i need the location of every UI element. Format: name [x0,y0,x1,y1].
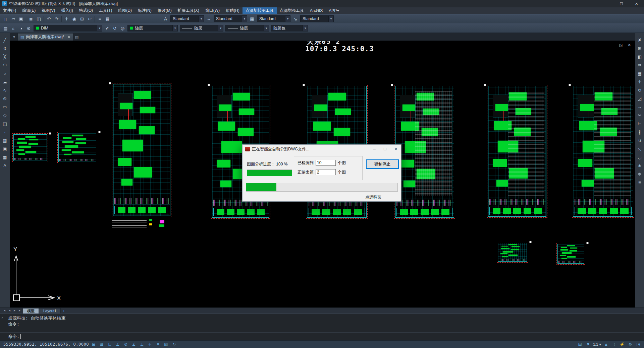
join-icon[interactable]: ∪ [636,137,644,144]
zoom-window-icon[interactable]: ⊞ [78,15,86,22]
construction-line-icon[interactable]: ╳ [1,53,9,61]
extend-icon[interactable]: ⊢ [636,120,644,128]
table-style-icon[interactable]: ▦ [248,15,256,22]
force-stop-button[interactable]: 强制停止 [366,159,399,169]
hatch-icon[interactable]: ▨ [1,137,9,144]
annotation-scale-control[interactable]: 1:1 ▾ [592,341,602,348]
drawing-plan-1[interactable] [112,83,171,217]
open-file-icon[interactable]: ▱ [9,15,17,22]
plotstyle-combo[interactable]: 随颜色 [271,25,308,31]
trim-icon[interactable]: ✂ [636,112,644,119]
ellipse-icon[interactable]: ⊜ [1,95,9,102]
menu-item-6[interactable]: 绘图(D) [115,7,135,14]
polar-icon[interactable]: ∠ [114,341,121,348]
layer-previous-icon[interactable]: ↺ [111,24,119,32]
add-layout-button[interactable]: + [61,309,67,313]
layer-combo[interactable]: DIM [34,25,102,31]
menu-item-1[interactable]: 编辑(E) [19,7,39,14]
zoom-previous-icon[interactable]: ↩ [86,15,94,22]
annotation-monitor-icon[interactable]: ⚑ [584,341,592,348]
make-current-layer-icon[interactable]: ✔ [103,24,111,32]
layer-lock-icon[interactable]: ⊘ [25,24,33,32]
dim-style-combo[interactable]: Standard [214,15,247,22]
erase-icon[interactable]: ✘ [636,36,644,44]
selection-cycle-icon[interactable]: ↻ [170,341,178,348]
transparency-icon[interactable]: ▧ [162,341,170,348]
copy-icon[interactable]: ⊞ [636,45,644,52]
layout-nav-arrow[interactable]: ◄ [2,309,7,312]
stretch-icon[interactable]: ↔ [636,103,644,111]
text-style-icon[interactable]: A [162,15,169,22]
ducs-icon[interactable]: ⊥ [138,341,146,348]
menu-item-14[interactable]: ArcGIS [307,7,326,14]
mirror-icon[interactable]: ◧ [636,53,644,61]
menu-item-4[interactable]: 格式(O) [76,7,96,14]
arc-icon[interactable]: ◠ [1,61,9,69]
explode-icon[interactable]: ∗ [636,162,644,169]
menu-item-11[interactable]: 帮助(H) [223,7,243,14]
command-prompt[interactable]: 命令: [0,332,644,340]
save-file-icon[interactable]: ▣ [17,15,25,22]
mdi-restore-button[interactable]: ◳ [619,43,622,47]
zoom-realtime-icon[interactable]: ◉ [70,15,78,22]
insert-block-icon[interactable]: ◫ [1,120,9,128]
revision-cloud-icon[interactable]: ☁ [1,78,9,86]
dialog-close-button[interactable]: ✕ [390,145,401,153]
drawing-thumb-1[interactable] [12,133,48,162]
window-minimize-button[interactable]: ─ [599,0,614,7]
scale-icon[interactable]: ◿ [636,95,644,102]
osnap-icon[interactable]: ⊙ [122,341,129,348]
layer-isolate-icon[interactable]: ◎ [119,24,126,32]
region-icon[interactable]: ▣ [1,145,9,153]
layer-freeze-icon[interactable]: ◑ [17,24,25,32]
circle-icon[interactable]: ○ [1,70,9,77]
color-combo[interactable]: 随层 [127,25,178,31]
offset-icon[interactable]: ≋ [636,61,644,69]
close-tab-icon[interactable]: ✕ [67,35,70,39]
drawing-plan-5[interactable] [487,85,547,218]
point-icon[interactable]: ∙ [1,128,9,136]
otrack-icon[interactable]: ∡ [130,341,138,348]
annotation-autoscale-icon[interactable]: ↕ [610,341,618,348]
dialog-title-bar[interactable]: 正在智能全自动分割DWG文件... ─ ☐ ✕ [243,145,401,153]
lineweight-icon[interactable]: ≡ [154,341,162,348]
menu-item-12[interactable]: 点源切转图工具 [243,7,277,14]
window-close-button[interactable]: ✕ [629,0,644,7]
layer-on-off-icon[interactable]: ☼ [9,24,17,32]
spline-icon[interactable]: ∿ [1,86,9,94]
command-window[interactable]: ✕ 点源科技: 自动替换字体结束命令: 命令: [0,314,644,340]
drawing-plan-6[interactable] [572,85,634,218]
properties-palette-icon[interactable]: ≡ [636,179,644,186]
mleader-style-combo[interactable]: Standard [300,15,334,22]
layer-properties-icon[interactable]: ▤ [2,24,9,32]
drawing-thumb-3[interactable] [497,242,528,263]
dialog-minimize-button[interactable]: ─ [369,145,380,153]
dim-style-icon[interactable]: ↔ [205,15,213,22]
properties-icon[interactable]: ≡ [96,15,104,22]
new-drawing-tab-icon[interactable]: ▤ [73,33,80,41]
table-icon[interactable]: ▦ [1,153,9,161]
fillet-icon[interactable]: ◡ [636,153,644,161]
annotation-visibility-icon[interactable]: ▲ [602,341,610,348]
menu-item-2[interactable]: 视图(V) [39,7,58,14]
lineweight-combo[interactable]: 随层 [225,25,269,31]
grid-icon[interactable]: ▦ [98,341,105,348]
text-style-combo[interactable]: Standard [170,15,204,22]
drawing-plan-4[interactable] [394,85,455,219]
break-icon[interactable]: ∦ [636,128,644,136]
move-icon[interactable]: ✛ [636,78,644,86]
snap-icon[interactable]: ⊞ [90,341,97,348]
menu-item-8[interactable]: 修改(M) [155,7,175,14]
mtext-icon[interactable]: A [1,162,9,169]
layout-tab-Layout1[interactable]: Layout1 [39,308,61,314]
dismiss-icon[interactable]: ✕ [1,316,3,319]
array-icon[interactable]: ▦ [636,70,644,77]
pan-icon[interactable]: ✛ [63,15,70,22]
polygon-icon[interactable]: ◇ [1,112,9,119]
linetype-combo[interactable]: 随层 [180,25,223,31]
ortho-icon[interactable]: ∟ [106,341,113,348]
rectangle-icon[interactable]: ▭ [1,103,9,111]
menu-item-7[interactable]: 标注(N) [135,7,155,14]
tab-list-menu-icon[interactable]: ▾ [11,33,17,41]
menu-item-0[interactable]: 文件(F) [0,7,19,14]
